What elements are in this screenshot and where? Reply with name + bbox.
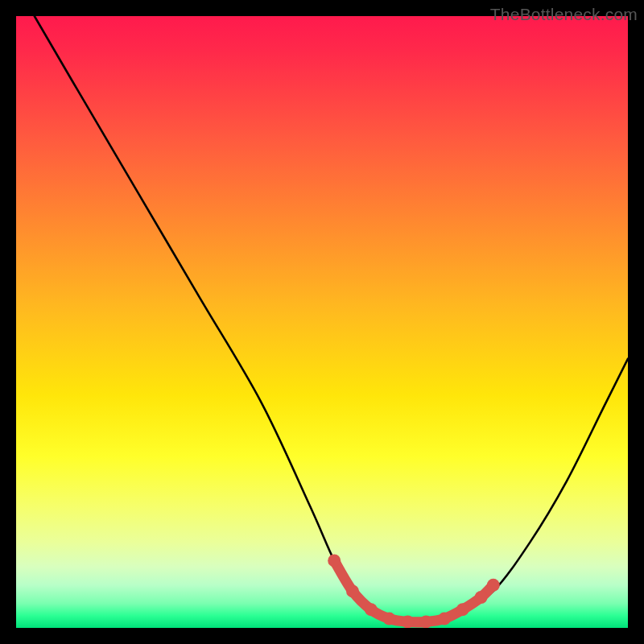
marker-dot: [383, 613, 396, 625]
marker-dot: [346, 584, 359, 597]
marker-dot: [328, 554, 341, 567]
marker-dot: [456, 603, 469, 616]
marker-dot: [401, 615, 414, 628]
plot-area: [16, 16, 628, 628]
curve-svg: [16, 16, 628, 628]
marker-dot: [365, 603, 378, 616]
marker-dot: [475, 591, 488, 604]
bottleneck-curve: [35, 16, 628, 623]
watermark-text: TheBottleneck.com: [490, 5, 638, 24]
marker-dot: [438, 613, 451, 625]
chart-container: TheBottleneck.com: [0, 0, 644, 644]
marker-group: [328, 554, 500, 628]
marker-dot: [487, 579, 500, 592]
marker-dot: [419, 615, 432, 628]
